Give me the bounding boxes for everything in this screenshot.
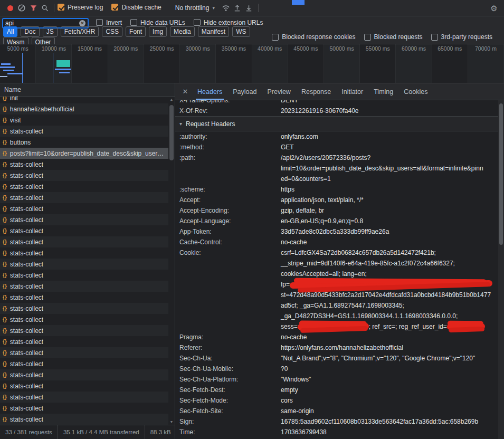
type-filter-doc[interactable]: Doc: [21, 26, 39, 37]
tab-initiator[interactable]: Initiator: [336, 83, 368, 100]
request-row[interactable]: {}stats-collect: [0, 192, 175, 203]
scrollbar-thumb[interactable]: [169, 105, 174, 160]
request-row[interactable]: {}stats-collect: [0, 392, 175, 403]
type-filter-css[interactable]: CSS: [102, 26, 122, 37]
request-row[interactable]: {}init: [0, 97, 175, 103]
name-column-header[interactable]: Name: [0, 83, 175, 97]
request-row[interactable]: {}stats-collect: [0, 126, 175, 137]
timeline-label: 10000 ms: [36, 45, 71, 52]
request-row[interactable]: {}stats-collect: [0, 292, 175, 303]
request-row[interactable]: {}stats-collect: [0, 225, 175, 236]
request-name: stats-collect: [10, 161, 43, 168]
request-type-toolbar: AllDocJSFetch/XHRCSSFontImgMediaManifest…: [0, 30, 504, 44]
type-filter-js[interactable]: JS: [43, 26, 58, 37]
request-row[interactable]: {}stats-collect: [0, 347, 175, 358]
scroll-down-icon[interactable]: ▼: [168, 420, 175, 424]
search-button[interactable]: [39, 2, 51, 14]
header-row: :authority:onlyfans.com: [175, 131, 498, 142]
checkbox-blocked-response-cookies[interactable]: Blocked response cookies: [272, 33, 355, 41]
request-row[interactable]: {}stats-collect: [0, 380, 175, 392]
clear-filter-icon[interactable]: ✕: [79, 20, 85, 26]
request-row[interactable]: {}buttons: [0, 137, 175, 148]
request-name: stats-collect: [10, 305, 43, 312]
hide-extension-urls-checkbox[interactable]: Hide extension URLs: [194, 19, 263, 26]
waterfall-bar: [55, 69, 71, 70]
disable-cache-checkbox[interactable]: Disable cache: [111, 4, 161, 11]
clear-button[interactable]: [16, 2, 27, 14]
header-name: :scheme:: [179, 184, 281, 195]
request-row[interactable]: {}stats-collect: [0, 259, 175, 270]
filter-button[interactable]: [27, 2, 39, 14]
request-list-scrollbar[interactable]: ▲ ▼: [168, 97, 175, 425]
json-braces-icon: {}: [3, 317, 7, 322]
tab-payload[interactable]: Payload: [227, 83, 262, 100]
settings-button[interactable]: ⚙: [488, 2, 500, 14]
request-row[interactable]: {}stats-collect: [0, 270, 175, 281]
json-braces-icon: {}: [3, 250, 7, 256]
scrollbar-thumb[interactable]: [499, 103, 503, 245]
request-row[interactable]: {}stats-collect: [0, 403, 175, 414]
export-har-button[interactable]: [243, 2, 255, 14]
section-title: Request Headers: [186, 117, 235, 131]
type-filter-ws[interactable]: WS: [232, 26, 250, 37]
triangle-down-icon: ▾: [179, 117, 182, 131]
request-row[interactable]: {}stats-collect: [0, 203, 175, 214]
header-name: Sec-Fetch-Mode:: [179, 395, 281, 406]
header-name: :path:: [179, 152, 281, 184]
header-name: Referer:: [179, 342, 281, 353]
details-scrollbar[interactable]: [498, 100, 504, 439]
checkbox-blocked-requests[interactable]: Blocked requests: [364, 33, 423, 41]
request-row[interactable]: {}stats-collect: [0, 325, 175, 336]
scroll-up-icon[interactable]: ▲: [168, 98, 175, 101]
request-row[interactable]: {}stats-collect: [0, 236, 175, 247]
header-row: App-Token:33d57ade8c02dbc5a333db99ff9ae2…: [175, 226, 498, 237]
request-row[interactable]: {}stats-collect: [0, 358, 175, 369]
header-value: no-cache: [281, 332, 498, 342]
checkbox-label: Invert: [106, 19, 122, 26]
network-conditions-button[interactable]: [220, 2, 232, 14]
close-details-icon[interactable]: ✕: [178, 88, 192, 96]
type-filter-manifest[interactable]: Manifest: [198, 26, 229, 37]
timeline-label: 70000 m: [468, 45, 503, 52]
invert-checkbox[interactable]: Invert: [96, 19, 122, 26]
header-row: X-Frame-Options:DENY: [175, 100, 498, 106]
import-har-button[interactable]: [232, 2, 243, 14]
request-row[interactable]: {}stats-collect: [0, 159, 175, 170]
type-filter-fetch-xhr[interactable]: Fetch/XHR: [61, 26, 99, 37]
timeline-overview[interactable]: 5000 ms10000 ms15000 ms20000 ms25000 ms3…: [0, 44, 504, 83]
record-button[interactable]: [4, 2, 16, 14]
timeline-column: 60000 ms: [396, 44, 432, 83]
request-row[interactable]: {}stats-collect: [0, 314, 175, 325]
request-row[interactable]: {}posts?limit=10&order=publish_date_desc…: [0, 148, 175, 159]
tab-headers[interactable]: Headers: [192, 83, 227, 100]
request-row[interactable]: {}stats-collect: [0, 214, 175, 225]
status-item: 88.3 kB: [145, 425, 175, 439]
tab-response[interactable]: Response: [296, 83, 336, 100]
request-row[interactable]: {}stats-collect: [0, 369, 175, 380]
request-name: stats-collect: [10, 261, 43, 268]
checkbox-3rd-party-requests[interactable]: 3rd-party requests: [431, 33, 492, 41]
request-row[interactable]: {}stats-collect: [0, 336, 175, 347]
type-filter-all[interactable]: All: [3, 26, 17, 37]
request-row[interactable]: {}hannahelizabethofficial: [0, 103, 175, 114]
tab-cookies[interactable]: Cookies: [398, 83, 433, 100]
preserve-log-checkbox[interactable]: Preserve log: [58, 4, 103, 11]
toolbar-divider: [258, 4, 259, 12]
request-row[interactable]: {}stats-collect: [0, 414, 175, 425]
request-row[interactable]: {}stats-collect: [0, 303, 175, 314]
tab-preview[interactable]: Preview: [262, 83, 296, 100]
request-row[interactable]: {}stats-collect: [0, 170, 175, 181]
tab-timing[interactable]: Timing: [368, 83, 398, 100]
request-row[interactable]: {}stats-collect: [0, 281, 175, 292]
hide-data-urls-checkbox[interactable]: Hide data URLs: [130, 19, 185, 26]
type-filter-img[interactable]: Img: [149, 26, 167, 37]
request-row[interactable]: {}stats-collect: [0, 181, 175, 192]
type-filter-media[interactable]: Media: [170, 26, 195, 37]
request-headers-section-header[interactable]: ▾ Request Headers: [175, 116, 498, 131]
checkbox-label: Hide data URLs: [140, 19, 185, 26]
request-row[interactable]: {}stats-collect: [0, 247, 175, 259]
checkbox-box: [194, 19, 201, 26]
throttling-dropdown[interactable]: No throttling ▾: [175, 4, 215, 12]
type-filter-font[interactable]: Font: [126, 26, 146, 37]
request-row[interactable]: {}visit: [0, 114, 175, 126]
